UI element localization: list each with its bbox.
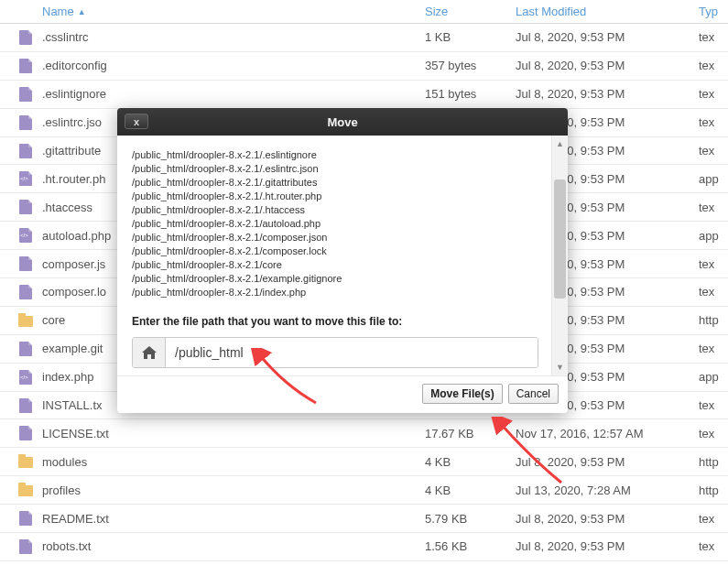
- col-header-name[interactable]: Name ▲: [40, 5, 425, 18]
- file-modified: Jul 8, 2020, 9:53 PM: [516, 87, 699, 101]
- file-type: tex: [699, 512, 728, 526]
- file-modified: Jul 8, 2020, 9:53 PM: [516, 59, 699, 72]
- dialog-scrollbar[interactable]: ▲ ▼: [551, 136, 568, 375]
- file-type: tex: [699, 59, 728, 72]
- file-type: app: [699, 370, 728, 384]
- scroll-thumb[interactable]: [554, 179, 566, 299]
- list-item: /public_html/droopler-8.x-2.1/.ht.router…: [132, 190, 531, 203]
- file-size: 5.79 KB: [425, 512, 516, 526]
- file-type: http: [699, 313, 728, 327]
- sort-asc-icon: ▲: [78, 7, 86, 16]
- folder-icon: [18, 316, 33, 327]
- cancel-button[interactable]: Cancel: [508, 384, 559, 404]
- file-icon: [19, 426, 32, 440]
- table-row[interactable]: .editorconfig357 bytesJul 8, 2020, 9:53 …: [0, 52, 728, 81]
- table-row[interactable]: .eslintignore151 bytesJul 8, 2020, 9:53 …: [0, 81, 728, 109]
- file-icon: [19, 144, 32, 158]
- list-item: /public_html/droopler-8.x-2.1/composer.l…: [132, 245, 531, 258]
- col-header-modified[interactable]: Last Modified: [516, 5, 699, 18]
- table-row[interactable]: LICENSE.txt17.67 KBNov 17, 2016, 12:57 A…: [0, 419, 728, 448]
- file-type: tex: [699, 342, 728, 355]
- file-modified: Nov 17, 2016, 12:57 AM: [516, 427, 699, 440]
- selected-files-list[interactable]: /public_html/droopler-8.x-2.1/.eslintign…: [132, 148, 538, 302]
- file-type: tex: [699, 539, 728, 553]
- code-file-icon: [19, 370, 32, 385]
- file-size: 17.67 KB: [425, 427, 516, 440]
- file-name: robots.txt: [40, 539, 425, 553]
- file-modified: Jul 8, 2020, 9:53 PM: [516, 539, 699, 553]
- file-name: .editorconfig: [40, 59, 425, 72]
- col-header-size[interactable]: Size: [425, 5, 516, 18]
- file-modified: Jul 8, 2020, 9:53 PM: [516, 30, 699, 44]
- list-item: /public_html/droopler-8.x-2.1/.eslintrc.…: [132, 162, 531, 176]
- file-type: http: [699, 455, 728, 469]
- list-item: /public_html/droopler-8.x-2.1/composer.j…: [132, 231, 531, 245]
- file-type: app: [699, 229, 728, 243]
- table-row[interactable]: profiles4 KBJul 13, 2020, 7:28 AMhttp: [0, 476, 728, 505]
- file-type: tex: [699, 398, 728, 412]
- table-row[interactable]: robots.txt1.56 KBJul 8, 2020, 9:53 PMtex: [0, 533, 728, 561]
- file-size: 4 KB: [425, 455, 516, 469]
- list-item: /public_html/droopler-8.x-2.1/INSTALL.tx…: [132, 299, 531, 302]
- file-type: tex: [699, 285, 728, 299]
- col-header-type[interactable]: Typ: [699, 5, 728, 18]
- code-file-icon: [19, 228, 32, 243]
- file-name: modules: [40, 455, 425, 469]
- file-icon: [19, 511, 32, 526]
- file-size: 151 bytes: [425, 87, 516, 101]
- file-type: tex: [699, 257, 728, 271]
- file-type: tex: [699, 427, 728, 440]
- table-row[interactable]: .csslintrc1 KBJul 8, 2020, 9:53 PMtex: [0, 24, 728, 52]
- file-type: tex: [699, 87, 728, 101]
- dialog-title: Move: [327, 115, 357, 129]
- move-files-button[interactable]: Move File(s): [422, 384, 502, 404]
- file-name: .eslintignore: [40, 87, 425, 101]
- file-icon: [19, 539, 32, 554]
- home-icon: [142, 346, 157, 359]
- list-item: /public_html/droopler-8.x-2.1/autoload.p…: [132, 217, 531, 231]
- home-button[interactable]: [133, 338, 166, 367]
- file-icon: [19, 285, 32, 299]
- file-type: tex: [699, 115, 728, 129]
- file-type: tex: [699, 144, 728, 158]
- file-type: http: [699, 484, 728, 497]
- file-name: LICENSE.txt: [40, 427, 425, 440]
- file-icon: [19, 398, 32, 413]
- file-icon: [19, 200, 32, 214]
- file-icon: [19, 87, 32, 102]
- table-header-row: Name ▲ Size Last Modified Typ: [0, 0, 728, 24]
- folder-icon: [18, 485, 33, 496]
- file-icon: [19, 256, 32, 271]
- file-icon: [19, 115, 32, 130]
- file-size: 4 KB: [425, 484, 516, 497]
- file-size: 1.56 KB: [425, 539, 516, 553]
- file-type: app: [699, 172, 728, 186]
- file-modified: Jul 13, 2020, 7:28 AM: [516, 484, 699, 497]
- folder-icon: [18, 457, 33, 468]
- list-item: /public_html/droopler-8.x-2.1/example.gi…: [132, 272, 531, 286]
- path-prompt-label: Enter the file path that you want to mov…: [132, 315, 538, 328]
- file-size: 1 KB: [425, 30, 516, 44]
- code-file-icon: [19, 171, 32, 186]
- move-dialog: x Move /public_html/droopler-8.x-2.1/.es…: [117, 108, 568, 413]
- dialog-titlebar: x Move: [117, 108, 568, 136]
- list-item: /public_html/droopler-8.x-2.1/.gitattrib…: [132, 176, 531, 190]
- list-item: /public_html/droopler-8.x-2.1/.htaccess: [132, 203, 531, 217]
- path-input-group: [132, 337, 538, 368]
- destination-path-input[interactable]: [166, 338, 538, 367]
- list-item: /public_html/droopler-8.x-2.1/core: [132, 258, 531, 272]
- table-row[interactable]: README.txt5.79 KBJul 8, 2020, 9:53 PMtex: [0, 505, 728, 533]
- file-size: 357 bytes: [425, 59, 516, 72]
- list-item: /public_html/droopler-8.x-2.1/.eslintign…: [132, 148, 531, 162]
- scroll-down-icon[interactable]: ▼: [556, 359, 564, 375]
- file-name: README.txt: [40, 512, 425, 526]
- file-modified: Jul 8, 2020, 9:53 PM: [516, 512, 699, 526]
- scroll-up-icon[interactable]: ▲: [556, 136, 564, 152]
- close-button[interactable]: x: [125, 114, 148, 129]
- file-icon: [19, 342, 32, 356]
- file-type: tex: [699, 201, 728, 214]
- file-icon: [19, 30, 32, 45]
- table-row[interactable]: modules4 KBJul 8, 2020, 9:53 PMhttp: [0, 448, 728, 476]
- list-item: /public_html/droopler-8.x-2.1/index.php: [132, 286, 531, 299]
- file-icon: [19, 59, 32, 73]
